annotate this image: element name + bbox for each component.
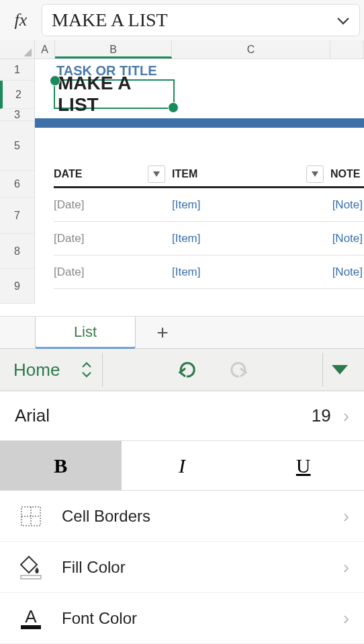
- svg-rect-9: [21, 625, 41, 629]
- chevron-down-icon: [81, 371, 92, 378]
- filter-button-item[interactable]: [306, 165, 324, 183]
- cell-date[interactable]: [Date]: [54, 198, 172, 212]
- font-size-picker[interactable]: 19: [312, 405, 331, 426]
- col-header-item-label: ITEM: [172, 168, 197, 180]
- svg-marker-1: [153, 171, 160, 177]
- active-cell-text: MAKE A LIST: [58, 73, 173, 116]
- underline-button[interactable]: U: [242, 441, 364, 490]
- row-head-3[interactable]: 3: [0, 109, 34, 121]
- add-sheet-button[interactable]: +: [136, 317, 189, 348]
- text-style-row: B I U: [0, 441, 364, 491]
- menu-label: Fill Color: [62, 558, 326, 577]
- active-cell[interactable]: MAKE A LIST: [54, 79, 175, 109]
- svg-rect-7: [21, 575, 41, 579]
- cell-item[interactable]: [Item]: [172, 266, 330, 279]
- col-header-note: NOTE: [330, 168, 364, 180]
- cell-note[interactable]: [Note]: [330, 266, 364, 279]
- row-head-5[interactable]: 5: [0, 121, 34, 171]
- formula-bar: fx MAKE A LIST: [0, 0, 364, 40]
- chevron-right-icon: ›: [343, 506, 349, 527]
- undo-redo-group: [103, 360, 322, 379]
- menu-font-color[interactable]: A Font Color ›: [0, 593, 364, 644]
- ribbon-tab-switcher[interactable]: [71, 353, 103, 387]
- col-head-b[interactable]: B: [55, 40, 172, 58]
- selection-handle-tl[interactable]: [50, 75, 60, 86]
- fx-label: fx: [4, 10, 38, 30]
- select-all-corner[interactable]: [0, 40, 35, 58]
- cell-borders-icon: [17, 503, 44, 530]
- chevron-up-icon: [81, 362, 92, 368]
- table-row[interactable]: [Date] [Item] [Note]: [54, 255, 364, 289]
- selection-handle-br[interactable]: [168, 102, 179, 113]
- table-header-row: DATE ITEM NOTE: [54, 161, 364, 188]
- redo-button[interactable]: [230, 360, 250, 379]
- cell-item[interactable]: [Item]: [172, 232, 330, 245]
- formula-input[interactable]: MAKE A LIST: [52, 9, 336, 31]
- col-header-date-label: DATE: [54, 168, 82, 180]
- sheet-content: TASK OR TITLE MAKE A LIST DATE ITEM NOTE…: [35, 59, 364, 79]
- collapse-ribbon-button[interactable]: [322, 353, 356, 387]
- svg-marker-3: [332, 365, 348, 374]
- row-head-7[interactable]: 7: [0, 198, 34, 234]
- menu-fill-color[interactable]: Fill Color ›: [0, 542, 364, 593]
- font-name-picker[interactable]: Arial: [15, 405, 312, 426]
- row-head-2[interactable]: 2: [0, 81, 34, 109]
- font-row: Arial 19 ›: [0, 391, 364, 441]
- menu-label: Font Color: [62, 609, 326, 628]
- row-head-9[interactable]: 9: [0, 269, 34, 304]
- svg-text:A: A: [25, 606, 37, 627]
- undo-button[interactable]: [176, 360, 196, 379]
- row-headers: 1 2 3 5 6 7 8 9: [0, 59, 35, 304]
- col-header-item: ITEM: [172, 165, 330, 183]
- sheet-tab-list[interactable]: List: [35, 317, 136, 349]
- ribbon-bar: Home: [0, 348, 364, 391]
- svg-marker-0: [24, 48, 32, 56]
- menu-cell-borders[interactable]: Cell Borders ›: [0, 491, 364, 542]
- table-row[interactable]: [Date] [Item] [Note]: [54, 222, 364, 255]
- formula-input-wrap[interactable]: MAKE A LIST: [42, 4, 360, 36]
- svg-marker-2: [312, 171, 318, 177]
- bold-button[interactable]: B: [0, 441, 122, 490]
- col-head-c[interactable]: C: [172, 40, 330, 58]
- table-row[interactable]: [Date] [Item] [Note]: [54, 188, 364, 222]
- formula-expand-icon[interactable]: [336, 11, 350, 29]
- filter-button-date[interactable]: [148, 165, 165, 183]
- cell-note[interactable]: [Note]: [330, 198, 364, 212]
- ribbon-tab-home[interactable]: Home: [8, 360, 71, 380]
- col-head-d[interactable]: [330, 40, 364, 58]
- separator-bar: [35, 118, 364, 128]
- cell-date[interactable]: [Date]: [54, 232, 172, 245]
- row-head-8[interactable]: 8: [0, 234, 34, 269]
- fill-color-icon: [17, 554, 44, 581]
- chevron-right-icon: ›: [343, 405, 349, 427]
- cell-note[interactable]: [Note]: [330, 232, 364, 245]
- sheet-tabs: List +: [0, 316, 364, 348]
- row-head-1[interactable]: 1: [0, 59, 34, 81]
- font-color-icon: A: [17, 605, 44, 632]
- column-headers: A B C: [0, 40, 364, 59]
- italic-button[interactable]: I: [122, 441, 243, 490]
- chevron-right-icon: ›: [343, 557, 349, 578]
- data-table: DATE ITEM NOTE [Date] [Item] [Note] [Dat…: [54, 161, 364, 289]
- menu-label: Cell Borders: [62, 507, 326, 526]
- spreadsheet-grid: A B C 1 2 3 5 6 7 8 9 TASK OR TITLE MAKE…: [0, 40, 364, 316]
- row-head-6[interactable]: 6: [0, 171, 34, 198]
- chevron-right-icon: ›: [343, 608, 349, 629]
- cell-date[interactable]: [Date]: [54, 266, 172, 279]
- col-head-a[interactable]: A: [35, 40, 55, 58]
- col-header-date: DATE: [54, 165, 172, 183]
- cell-item[interactable]: [Item]: [172, 198, 330, 212]
